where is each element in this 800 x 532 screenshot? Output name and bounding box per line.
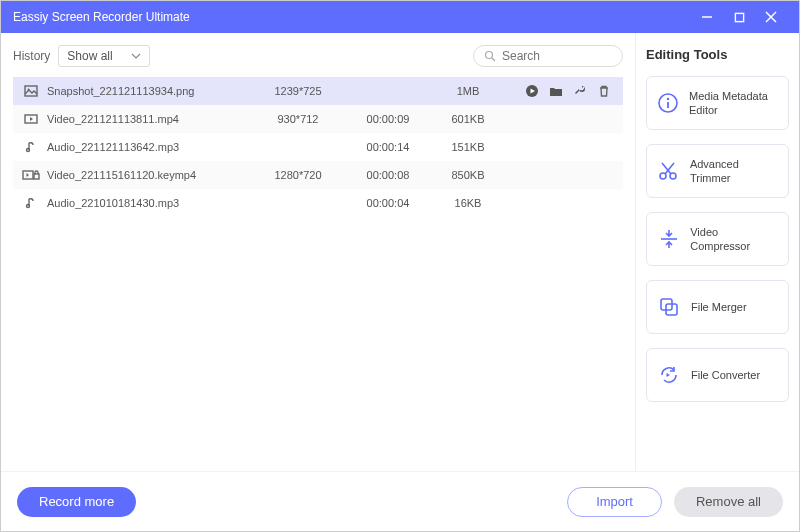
file-name: Audio_221010181430.mp3 bbox=[43, 197, 253, 209]
file-row[interactable]: Video_221115161120.keymp41280*72000:00:0… bbox=[13, 161, 623, 189]
search-icon bbox=[484, 50, 496, 62]
wrench-icon[interactable] bbox=[573, 84, 587, 98]
search-input[interactable] bbox=[502, 49, 612, 63]
history-label: History bbox=[13, 49, 50, 63]
tool-label: Video Compressor bbox=[690, 225, 778, 254]
compress-icon bbox=[657, 227, 680, 251]
footer: Record more Import Remove all bbox=[1, 471, 799, 531]
file-row[interactable]: Audio_221010181430.mp300:00:0416KB bbox=[13, 189, 623, 217]
maximize-button[interactable] bbox=[723, 1, 755, 33]
convert-icon bbox=[657, 363, 681, 387]
toolbar: History Show all bbox=[13, 45, 623, 67]
history-filter-dropdown[interactable]: Show all bbox=[58, 45, 150, 67]
close-button[interactable] bbox=[755, 1, 787, 33]
sidepanel-title: Editing Tools bbox=[646, 47, 789, 62]
svg-rect-1 bbox=[735, 13, 743, 21]
trash-icon[interactable] bbox=[597, 84, 611, 98]
file-name: Audio_221121113642.mp3 bbox=[43, 141, 253, 153]
tool-convert[interactable]: File Converter bbox=[646, 348, 789, 402]
tool-info[interactable]: Media Metadata Editor bbox=[646, 76, 789, 130]
file-size: 1MB bbox=[433, 85, 503, 97]
file-list: Snapshot_221121113934.png1239*7251MBVide… bbox=[13, 77, 623, 471]
svg-rect-12 bbox=[34, 174, 39, 179]
minimize-button[interactable] bbox=[691, 1, 723, 33]
editing-tools-panel: Editing Tools Media Metadata EditorAdvan… bbox=[635, 33, 799, 471]
titlebar: Eassiy Screen Recorder Ultimate bbox=[1, 1, 799, 33]
file-duration: 00:00:14 bbox=[343, 141, 433, 153]
svg-line-5 bbox=[492, 58, 495, 61]
svg-rect-6 bbox=[25, 86, 37, 96]
file-duration: 00:00:08 bbox=[343, 169, 433, 181]
info-icon bbox=[657, 91, 679, 115]
tool-label: Advanced Trimmer bbox=[690, 157, 778, 186]
file-size: 16KB bbox=[433, 197, 503, 209]
file-dimensions: 1239*725 bbox=[253, 85, 343, 97]
search-box[interactable] bbox=[473, 45, 623, 67]
file-row[interactable]: Audio_221121113642.mp300:00:14151KB bbox=[13, 133, 623, 161]
import-button[interactable]: Import bbox=[567, 487, 662, 517]
app-title: Eassiy Screen Recorder Ultimate bbox=[13, 10, 691, 24]
file-dimensions: 930*712 bbox=[253, 113, 343, 125]
merge-icon bbox=[657, 295, 681, 319]
tool-label: File Merger bbox=[691, 300, 747, 314]
chevron-down-icon bbox=[131, 53, 141, 59]
tool-trim[interactable]: Advanced Trimmer bbox=[646, 144, 789, 198]
tool-label: File Converter bbox=[691, 368, 760, 382]
file-name: Snapshot_221121113934.png bbox=[43, 85, 253, 97]
remove-all-button[interactable]: Remove all bbox=[674, 487, 783, 517]
file-duration: 00:00:04 bbox=[343, 197, 433, 209]
video-icon bbox=[19, 112, 43, 126]
file-duration: 00:00:09 bbox=[343, 113, 433, 125]
record-more-button[interactable]: Record more bbox=[17, 487, 136, 517]
dropdown-value: Show all bbox=[67, 49, 112, 63]
minimize-icon bbox=[701, 11, 713, 23]
file-dimensions: 1280*720 bbox=[253, 169, 343, 181]
file-actions bbox=[503, 84, 617, 98]
tool-compress[interactable]: Video Compressor bbox=[646, 212, 789, 266]
maximize-icon bbox=[734, 12, 745, 23]
locked-video-icon bbox=[19, 168, 43, 182]
svg-point-13 bbox=[27, 205, 30, 208]
file-row[interactable]: Video_221121113811.mp4930*71200:00:09601… bbox=[13, 105, 623, 133]
audio-icon bbox=[19, 196, 43, 210]
main-panel: History Show all Snapshot_221121113934.p… bbox=[1, 33, 635, 471]
file-row[interactable]: Snapshot_221121113934.png1239*7251MB bbox=[13, 77, 623, 105]
svg-point-4 bbox=[486, 52, 493, 59]
file-size: 850KB bbox=[433, 169, 503, 181]
close-icon bbox=[765, 11, 777, 23]
tool-merge[interactable]: File Merger bbox=[646, 280, 789, 334]
play-icon[interactable] bbox=[525, 84, 539, 98]
trim-icon bbox=[657, 159, 680, 183]
tool-label: Media Metadata Editor bbox=[689, 89, 778, 118]
file-size: 601KB bbox=[433, 113, 503, 125]
audio-icon bbox=[19, 140, 43, 154]
svg-point-15 bbox=[667, 98, 669, 100]
image-icon bbox=[19, 84, 43, 98]
file-size: 151KB bbox=[433, 141, 503, 153]
svg-point-10 bbox=[27, 149, 30, 152]
file-name: Video_221121113811.mp4 bbox=[43, 113, 253, 125]
file-name: Video_221115161120.keymp4 bbox=[43, 169, 253, 181]
folder-icon[interactable] bbox=[549, 84, 563, 98]
